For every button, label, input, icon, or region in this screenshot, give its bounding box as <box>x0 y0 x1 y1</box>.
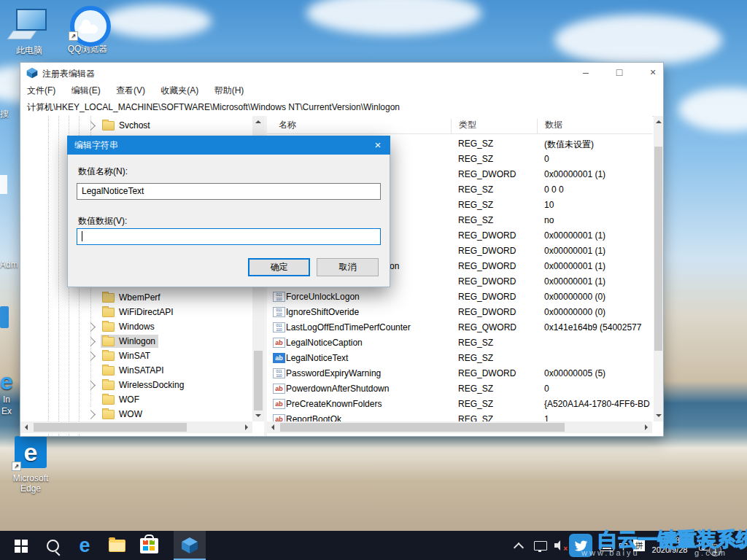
desktop-icon-microsoft-edge[interactable]: e ↗ Microsoft Edge <box>3 436 58 494</box>
tree-horizontal-scrollbar[interactable] <box>20 421 252 433</box>
tree-item-label: WOF <box>119 394 139 405</box>
value-type: REG_DWORD <box>458 261 540 271</box>
scroll-left-icon[interactable] <box>268 424 274 430</box>
scroll-down-icon[interactable] <box>656 414 662 420</box>
tree-item-Winlogon[interactable]: Winlogon <box>20 334 254 349</box>
registry-value-row-PasswordExpiryWarning[interactable]: 011110PasswordExpiryWarningREG_DWORD0x00… <box>267 366 652 381</box>
cloud-decor <box>102 4 212 38</box>
cancel-button[interactable]: 取消 <box>317 258 379 276</box>
registry-value-row-LegalNoticeCaption[interactable]: abLegalNoticeCaptionREG_SZ <box>267 335 652 351</box>
tree-item-WOF[interactable]: WOF <box>20 392 254 407</box>
chevron-right-icon[interactable] <box>86 351 96 361</box>
address-bar[interactable]: 计算机\HKEY_LOCAL_MACHINE\SOFTWARE\Microsof… <box>20 98 663 117</box>
scrollbar-thumb[interactable] <box>654 147 662 351</box>
tray-chevron-up-icon[interactable] <box>514 542 524 553</box>
menu-view[interactable]: 查看(V) <box>116 82 145 98</box>
window-titlebar[interactable]: 注册表编辑器 – □ × <box>20 63 663 82</box>
taskbar-clock[interactable]: 16:18 2020/9/28 <box>646 536 693 555</box>
value-name: LastLogOffEndTimePerfCounter <box>286 322 452 332</box>
registry-value-row-ForceUnlockLogon[interactable]: 011110ForceUnlockLogonREG_DWORD0x0000000… <box>267 289 652 305</box>
tree-item-WinSAT[interactable]: WinSAT <box>20 349 254 363</box>
dialog-close-icon[interactable]: × <box>365 136 390 155</box>
maximize-button[interactable]: □ <box>608 63 630 82</box>
taskbar-explorer-button[interactable] <box>101 531 133 560</box>
edit-string-dialog: 编辑字符串 × 数值名称(N): LegalNoticeText 数值数据(V)… <box>67 136 390 287</box>
dialog-titlebar[interactable]: 编辑字符串 × <box>67 136 390 155</box>
touch-keyboard-icon[interactable] <box>600 541 614 551</box>
taskbar-edge-button[interactable]: e <box>69 531 101 560</box>
scroll-up-icon[interactable] <box>656 117 662 123</box>
registry-value-row-IgnoreShiftOveride[interactable]: 011110IgnoreShiftOverideREG_DWORD0x00000… <box>267 305 652 320</box>
volume-muted-icon[interactable]: × <box>554 540 565 551</box>
start-button[interactable] <box>4 531 36 560</box>
value-type: REG_QWORD <box>458 322 540 332</box>
registry-value-row-LegalNoticeText[interactable]: abLegalNoticeTextREG_SZ <box>267 351 652 366</box>
taskbar-store-button[interactable] <box>133 531 165 560</box>
tree-item-WOW[interactable]: WOW <box>20 407 254 421</box>
registry-value-row-PreCreateKnownFolders[interactable]: abPreCreateKnownFoldersREG_SZ{A520A1A4-1… <box>267 397 652 412</box>
tree-item-WbemPerf[interactable]: WbemPerf <box>20 290 254 305</box>
column-header-name[interactable]: 名称 <box>279 119 296 131</box>
value-type: REG_DWORD <box>458 307 540 317</box>
desktop-icon-label: Microsoft Edge <box>7 473 54 494</box>
list-vertical-scrollbar[interactable] <box>654 116 663 421</box>
value-name: IgnoreShiftOveride <box>286 307 452 317</box>
column-header-data[interactable]: 数据 <box>537 119 562 133</box>
scroll-down-icon[interactable] <box>255 414 261 420</box>
reg-string-icon: ab <box>273 353 285 363</box>
menu-file[interactable]: 文件(F) <box>27 82 55 98</box>
tree-item-label: WiFiDirectAPI <box>119 307 174 317</box>
registry-value-row-PowerdownAfterShutdown[interactable]: abPowerdownAfterShutdownREG_SZ0 <box>267 381 652 397</box>
scroll-up-icon[interactable] <box>255 117 261 123</box>
ime-language-indicator[interactable]: 中 <box>619 540 628 553</box>
taskbar-regedit-button[interactable] <box>174 531 206 560</box>
ime-pinyin-indicator[interactable]: 拼 <box>633 540 645 551</box>
tree-item-label: Svchost <box>119 120 150 131</box>
ok-button[interactable]: 确定 <box>248 258 310 276</box>
chevron-right-icon[interactable] <box>86 410 96 419</box>
reg-dword-icon: 011110 <box>273 292 285 302</box>
column-header-type[interactable]: 类型 <box>451 119 476 133</box>
list-horizontal-scrollbar[interactable] <box>267 421 652 433</box>
this-pc-icon <box>10 7 48 42</box>
tray-app-bird-icon[interactable] <box>569 534 592 557</box>
desktop-icon-this-pc[interactable]: 此电脑 <box>1 7 57 57</box>
network-icon[interactable] <box>534 541 547 551</box>
taskbar-search-button[interactable] <box>36 531 69 560</box>
folder-icon <box>102 410 115 419</box>
tree-item-Windows[interactable]: Windows <box>20 319 254 334</box>
value-data: 0x00000001 (1) <box>544 246 651 256</box>
scroll-left-icon[interactable] <box>22 424 28 430</box>
shortcut-arrow-icon: ↗ <box>69 31 78 41</box>
tree-item-Svchost[interactable]: Svchost <box>20 118 254 133</box>
cloud-decor <box>554 15 722 66</box>
chevron-right-icon[interactable] <box>86 121 96 131</box>
scrollbar-thumb[interactable] <box>280 423 565 432</box>
chevron-right-icon[interactable] <box>86 381 96 390</box>
regedit-cube-icon <box>181 537 198 554</box>
tree-item-WirelessDocking[interactable]: WirelessDocking <box>20 378 254 392</box>
scroll-right-icon[interactable] <box>645 424 651 430</box>
registry-value-row-LastLogOffEndTimePerfCounter[interactable]: 011110LastLogOffEndTimePerfCounterREG_QW… <box>267 320 652 335</box>
value-data-field[interactable] <box>77 228 381 245</box>
value-name-field[interactable]: LegalNoticeText <box>77 183 381 200</box>
close-button[interactable]: × <box>642 63 664 82</box>
menu-help[interactable]: 帮助(H) <box>214 82 244 98</box>
menu-favorites[interactable]: 收藏夹(A) <box>160 82 198 98</box>
value-data: 0x00000000 (0) <box>544 292 651 302</box>
scroll-right-icon[interactable] <box>245 424 251 430</box>
scrollbar-thumb[interactable] <box>34 423 187 432</box>
edge-icon: e <box>79 532 90 559</box>
tree-item-WinSATAPI[interactable]: WinSATAPI <box>20 363 254 378</box>
minimize-button[interactable]: – <box>575 63 597 82</box>
tree-item-WiFiDirectAPI[interactable]: WiFiDirectAPI <box>20 305 254 319</box>
menu-edit[interactable]: 编辑(E) <box>71 82 101 98</box>
desktop-icon-qq-browser[interactable]: ↗ QQ浏览器 <box>60 6 115 55</box>
tree-item-label: WOW <box>119 409 142 419</box>
search-icon <box>47 540 59 552</box>
chevron-right-icon[interactable] <box>86 322 96 332</box>
folder-icon <box>102 381 115 390</box>
chevron-right-icon[interactable] <box>86 337 96 346</box>
scrollbar-thumb[interactable] <box>254 351 263 411</box>
cloud-decor <box>678 88 747 131</box>
